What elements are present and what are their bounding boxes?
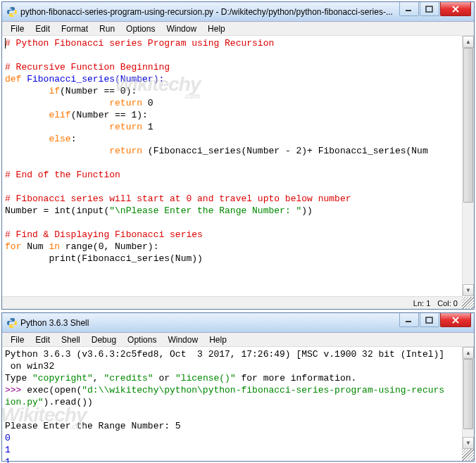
menu-help[interactable]: Help xyxy=(203,334,232,346)
maximize-button[interactable] xyxy=(420,2,439,16)
status-col: Col: 0 xyxy=(437,299,458,307)
shell-output[interactable]: Python 3.6.3 (v3.6.3:2c5fed8, Oct 3 2017… xyxy=(2,347,474,463)
python-icon xyxy=(6,6,18,18)
python-icon xyxy=(6,317,18,329)
idle-shell-window: Python 3.6.3 Shell File Edit Shell Debug… xyxy=(1,312,475,462)
svg-rect-7 xyxy=(426,317,432,323)
menu-shell[interactable]: Shell xyxy=(56,334,86,346)
svg-point-5 xyxy=(13,326,13,326)
menu-run[interactable]: Run xyxy=(94,23,120,35)
menu-options[interactable]: Options xyxy=(122,334,162,346)
scroll-thumb[interactable] xyxy=(463,359,473,429)
titlebar[interactable]: Python 3.6.3 Shell xyxy=(2,313,474,333)
window-controls xyxy=(399,313,471,327)
scroll-down-icon[interactable]: ▼ xyxy=(463,284,474,296)
status-line: Ln: 1 xyxy=(413,299,430,307)
svg-rect-2 xyxy=(406,10,411,11)
svg-point-0 xyxy=(10,8,11,8)
titlebar[interactable]: python-fibonacci-series-program-using-re… xyxy=(2,2,474,22)
resize-grip[interactable] xyxy=(462,449,474,461)
scroll-up-icon[interactable]: ▲ xyxy=(463,36,474,48)
menubar: File Edit Format Run Options Window Help xyxy=(2,22,474,36)
menubar: File Edit Shell Debug Options Window Hel… xyxy=(2,333,474,347)
maximize-button[interactable] xyxy=(420,313,439,327)
menu-file[interactable]: File xyxy=(5,23,30,35)
statusbar: Ln: 1 Col: 0 xyxy=(2,296,462,309)
svg-point-1 xyxy=(13,15,13,15)
close-button[interactable] xyxy=(440,313,471,327)
window-controls xyxy=(399,2,471,16)
menu-edit[interactable]: Edit xyxy=(30,334,56,346)
svg-rect-3 xyxy=(426,6,432,12)
menu-format[interactable]: Format xyxy=(56,23,94,35)
vertical-scrollbar[interactable]: ▲ ▼ xyxy=(462,36,474,296)
menu-edit[interactable]: Edit xyxy=(30,23,56,35)
vertical-scrollbar[interactable]: ▲ ▼ xyxy=(462,347,474,449)
idle-editor-window: python-fibonacci-series-program-using-re… xyxy=(1,1,475,310)
close-button[interactable] xyxy=(440,2,471,16)
menu-debug[interactable]: Debug xyxy=(86,334,122,346)
menu-file[interactable]: File xyxy=(5,334,30,346)
menu-window[interactable]: Window xyxy=(162,334,203,346)
resize-grip[interactable] xyxy=(462,297,474,309)
svg-point-4 xyxy=(10,319,11,319)
menu-window[interactable]: Window xyxy=(161,23,202,35)
minimize-button[interactable] xyxy=(399,2,419,16)
menu-help[interactable]: Help xyxy=(202,23,231,35)
scroll-up-icon[interactable]: ▲ xyxy=(463,347,474,359)
menu-options[interactable]: Options xyxy=(120,23,161,35)
scroll-down-icon[interactable]: ▼ xyxy=(463,437,474,449)
minimize-button[interactable] xyxy=(399,313,419,327)
code-editor[interactable]: # Python Fibonacci series Program using … xyxy=(2,36,474,278)
scroll-thumb[interactable] xyxy=(463,48,473,203)
svg-rect-6 xyxy=(406,321,411,322)
